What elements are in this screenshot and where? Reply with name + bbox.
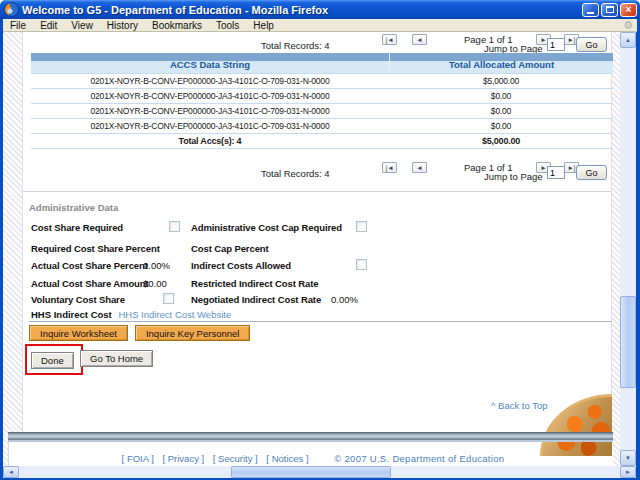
menu-tools[interactable]: Tools — [209, 20, 246, 31]
window-title: Welcome to G5 - Department of Education … — [22, 4, 582, 16]
accs-total-row: Total Accs(s): 4 $5,000.00 — [31, 134, 613, 149]
vertical-scrollbar[interactable]: ▲ ▼ — [620, 32, 636, 466]
section-divider — [23, 191, 611, 192]
page-content: Total Records: 4 |◄ ◄ Page 1 of 1 ► ►| J… — [22, 32, 612, 466]
first-page-button[interactable]: |◄ — [382, 34, 397, 45]
jump-to-page-input[interactable] — [547, 166, 565, 179]
bracket: ] — [202, 453, 205, 464]
accs-string: 0201X-NOYR-B-CONV-EP000000-JA3-4101C-O-7… — [31, 91, 389, 101]
accs-total-label: Total Accs(s): 4 — [31, 136, 389, 146]
menu-history[interactable]: History — [100, 20, 145, 31]
window-controls: × — [582, 3, 637, 17]
restore-button[interactable] — [601, 3, 618, 17]
decorative-gradient-bar — [8, 432, 613, 442]
accs-total-amount: $5,000.00 — [389, 136, 613, 146]
footer-link-group: [ FOIA ] — [122, 453, 154, 464]
page-viewport: Total Records: 4 |◄ ◄ Page 1 of 1 ► ►| J… — [3, 32, 620, 466]
restore-icon — [606, 6, 614, 13]
allocated-amount: $5,000.00 — [389, 76, 613, 86]
menu-file[interactable]: File — [3, 20, 33, 31]
menu-help[interactable]: Help — [246, 20, 281, 31]
scroll-up-icon[interactable]: ▲ — [620, 32, 636, 48]
footer-copyright: © 2007 U.S. Department of Education — [334, 453, 504, 464]
go-button[interactable]: Go — [576, 165, 607, 180]
inquire-button-row: Inquire Worksheet Inquire Key Personnel — [29, 325, 250, 341]
jump-to-page-label: Jump to Page — [484, 171, 543, 182]
go-to-home-button[interactable]: Go To Home — [80, 350, 153, 367]
footer-link-group: [ Notices ] — [266, 453, 308, 464]
footer-link-foia[interactable]: FOIA — [127, 453, 149, 464]
actual-cost-share-percent-label: Actual Cost Share Percent — [31, 260, 148, 271]
restricted-indirect-cost-rate-label: Restricted Indirect Cost Rate — [191, 278, 319, 289]
hhs-indirect-cost-website-link[interactable]: HHS Indirect Cost Website — [118, 309, 231, 320]
total-records-label: Total Records: 4 — [261, 40, 330, 51]
footer-link-notices[interactable]: Notices — [272, 453, 304, 464]
pagination-bottom: Total Records: 4 |◄ ◄ Page 1 of 1 ► ►| J… — [23, 161, 611, 181]
footer-link-privacy[interactable]: Privacy — [168, 453, 199, 464]
prev-page-button[interactable]: ◄ — [412, 162, 427, 173]
accs-row: 0201X-NOYR-B-CONV-EP000000-JA3-4101C-O-7… — [31, 74, 613, 89]
cost-share-required-checkbox[interactable] — [169, 221, 180, 232]
accs-row: 0201X-NOYR-B-CONV-EP000000-JA3-4101C-O-7… — [31, 104, 613, 119]
scroll-down-icon[interactable]: ▼ — [620, 450, 636, 466]
bracket: [ — [122, 453, 125, 464]
vertical-scrollbar-thumb[interactable] — [620, 296, 636, 388]
total-records-label: Total Records: 4 — [261, 168, 330, 179]
firefox-icon — [5, 3, 18, 16]
jump-to-page-input[interactable] — [547, 38, 565, 51]
accs-table: ACCS Data String Total Allocated Amount … — [31, 53, 613, 149]
done-highlight-box: Done — [25, 344, 83, 375]
bracket: ] — [306, 453, 309, 464]
accs-string: 0201X-NOYR-B-CONV-EP000000-JA3-4101C-O-7… — [31, 106, 389, 116]
footer-link-security[interactable]: Security — [218, 453, 252, 464]
back-to-top-link[interactable]: ^ Back to Top — [491, 400, 548, 411]
accs-string: 0201X-NOYR-B-CONV-EP000000-JA3-4101C-O-7… — [31, 121, 389, 131]
voluntary-cost-share-checkbox[interactable] — [163, 293, 174, 304]
menu-bookmarks[interactable]: Bookmarks — [145, 20, 209, 31]
title-bar[interactable]: Welcome to G5 - Department of Education … — [0, 0, 640, 19]
menu-view[interactable]: View — [64, 20, 100, 31]
bracket: [ — [213, 453, 216, 464]
first-page-button[interactable]: |◄ — [382, 162, 397, 173]
allocated-amount: $0.00 — [389, 121, 613, 131]
actual-cost-share-amount-value: $0.00 — [143, 278, 167, 289]
browser-window: Welcome to G5 - Department of Education … — [0, 0, 640, 480]
bracket: [ — [266, 453, 269, 464]
horizontal-scrollbar-thumb[interactable] — [231, 466, 391, 478]
scroll-right-icon[interactable]: ► — [620, 466, 636, 478]
done-button[interactable]: Done — [31, 352, 74, 369]
prev-page-button[interactable]: ◄ — [412, 34, 427, 45]
required-cost-share-percent-label: Required Cost Share Percent — [31, 243, 160, 254]
menu-bar: File Edit View History Bookmarks Tools H… — [3, 19, 637, 32]
footer-link-group: [ Privacy ] — [162, 453, 204, 464]
allocated-amount: $0.00 — [389, 91, 613, 101]
accs-table-header: ACCS Data String Total Allocated Amount — [31, 53, 613, 74]
actual-cost-share-amount-label: Actual Cost Share Amount — [31, 278, 149, 289]
admin-divider — [29, 321, 612, 322]
menu-edit[interactable]: Edit — [33, 20, 64, 31]
scroll-left-icon[interactable]: ◄ — [3, 466, 19, 478]
negotiated-indirect-cost-rate-label: Negotiated Indirect Cost Rate — [191, 294, 321, 305]
throbber-gear-icon: ⚙ — [623, 20, 637, 31]
hhs-indirect-cost-label: HHS Indirect Cost — [31, 309, 112, 320]
pagination-top: Total Records: 4 |◄ ◄ Page 1 of 1 ► ►| J… — [23, 33, 611, 53]
minimize-button[interactable] — [582, 3, 599, 17]
actual-cost-share-percent-value: 0.00% — [143, 260, 170, 271]
col-accs-data-string: ACCS Data String — [31, 53, 389, 73]
accs-row: 0201X-NOYR-B-CONV-EP000000-JA3-4101C-O-7… — [31, 119, 613, 134]
hhs-indirect-cost-row: HHS Indirect Cost HHS Indirect Cost Webs… — [31, 309, 231, 320]
inquire-key-personnel-button[interactable]: Inquire Key Personnel — [135, 325, 250, 341]
col-total-allocated-amount: Total Allocated Amount — [389, 53, 613, 73]
admin-cost-cap-required-checkbox[interactable] — [356, 221, 367, 232]
admin-cost-cap-required-label: Administrative Cost Cap Required — [191, 222, 342, 233]
cost-cap-percent-label: Cost Cap Percent — [191, 243, 269, 254]
bracket: ] — [151, 453, 154, 464]
cost-share-required-label: Cost Share Required — [31, 222, 123, 233]
indirect-costs-allowed-label: Indirect Costs Allowed — [191, 260, 291, 271]
horizontal-scrollbar[interactable]: ◄ ► — [3, 466, 636, 478]
indirect-costs-allowed-checkbox[interactable] — [356, 259, 367, 270]
bracket: [ — [162, 453, 165, 464]
go-button[interactable]: Go — [576, 37, 607, 52]
inquire-worksheet-button[interactable]: Inquire Worksheet — [29, 325, 128, 341]
close-button[interactable]: × — [620, 3, 637, 17]
